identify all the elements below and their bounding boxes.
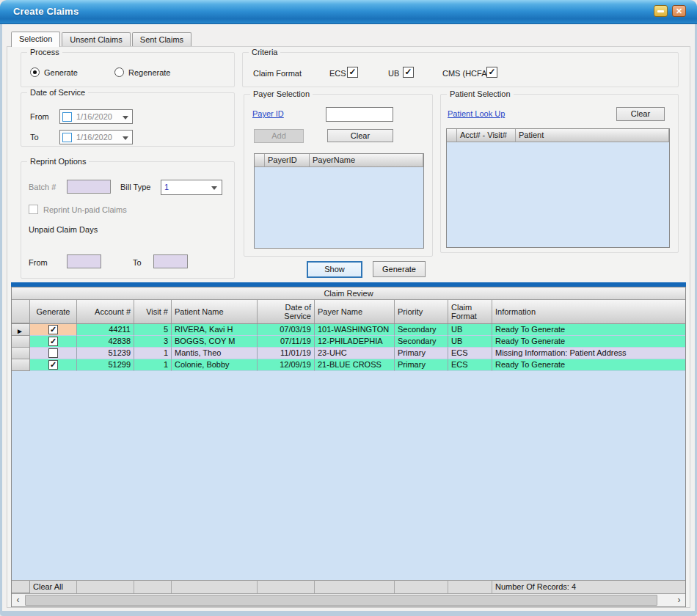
payer-id-link[interactable]: Payer ID — [252, 109, 284, 118]
dos-to-label: To — [30, 133, 39, 142]
scrollbar-track[interactable] — [24, 594, 673, 606]
row-header-cell[interactable] — [12, 359, 30, 371]
account-cell: 42838 — [77, 336, 134, 348]
unpaid-from-input[interactable] — [67, 254, 101, 268]
row-header-cell[interactable]: ► — [12, 324, 30, 336]
account-cell: 51299 — [77, 359, 134, 371]
row-generate-checkbox[interactable]: ✓ — [48, 337, 58, 346]
payer-cell: 12-PHILADEPHIA — [315, 336, 395, 348]
dos-to-value: 1/16/2020 — [76, 133, 112, 142]
visit-cell: 1 — [134, 348, 172, 359]
chevron-down-icon[interactable] — [123, 136, 128, 140]
priority-cell: Primary — [395, 359, 448, 371]
row-generate-checkbox[interactable]: ✓ — [48, 325, 58, 334]
col-date-of-service[interactable]: Date of Service — [258, 300, 315, 323]
patient-grid-col-acct-visit: Acct# - Visit# — [457, 129, 516, 142]
payer-selection-legend: Payer Selection — [250, 89, 313, 98]
priority-cell: Secondary — [395, 324, 448, 336]
footer-cell — [315, 581, 395, 593]
unpaid-to-label: To — [133, 258, 142, 267]
information-cell: Ready To Generate — [492, 359, 685, 371]
format-cell: UB — [448, 324, 492, 336]
chevron-down-icon[interactable] — [123, 116, 128, 120]
generate-button[interactable]: Generate — [373, 261, 426, 277]
patient-cell: Colonie, Bobby — [172, 359, 258, 371]
tab-selection[interactable]: Selection — [11, 32, 60, 47]
clear-payer-button[interactable]: Clear — [327, 129, 393, 142]
col-claim-format[interactable]: Claim Format — [448, 300, 492, 323]
date-of-service-group: Date of Service From 1/16/2020 To 1/16/2… — [21, 92, 235, 147]
show-button[interactable]: Show — [307, 261, 362, 278]
col-information[interactable]: Information — [492, 300, 685, 323]
payer-grid-col-payerid: PayerID — [265, 154, 310, 166]
clear-all-button[interactable]: Clear All — [30, 581, 77, 593]
col-priority[interactable]: Priority — [395, 300, 448, 323]
generate-cell: ✓ — [30, 359, 77, 371]
col-visit[interactable]: Visit # — [134, 300, 172, 323]
grid-footer: Clear All Number Of Records: 4 — [12, 580, 685, 593]
payer-grid[interactable]: PayerID PayerName — [254, 153, 424, 249]
row-header-cell[interactable] — [12, 336, 30, 348]
dos-from-checkbox[interactable] — [62, 112, 72, 122]
dos-cell: 07/11/19 — [258, 336, 315, 348]
criteria-legend: Criteria — [249, 48, 280, 56]
ecs-checkbox[interactable]: ✓ — [347, 67, 358, 78]
minimize-button[interactable] — [654, 5, 668, 17]
bill-type-select[interactable]: 1 — [161, 180, 222, 195]
table-row[interactable]: ► ✓ 44211 5 RIVERA, Kavi H 07/03/19 101-… — [12, 324, 685, 336]
patient-cell: RIVERA, Kavi H — [172, 324, 258, 336]
batch-input[interactable] — [67, 180, 111, 194]
priority-cell: Secondary — [395, 336, 448, 348]
tab-sent-claims[interactable]: Sent Claims — [132, 32, 191, 46]
row-header-cell[interactable] — [12, 348, 30, 359]
scroll-right-button[interactable]: › — [673, 594, 685, 606]
dos-cell: 12/09/19 — [258, 359, 315, 371]
date-of-service-legend: Date of Service — [27, 88, 88, 97]
clear-patient-button[interactable]: Clear — [616, 107, 665, 121]
payer-cell: 101-WASHINGTON — [315, 324, 395, 336]
table-row[interactable]: ✓ 51299 1 Colonie, Bobby 12/09/19 21-BLU… — [12, 359, 685, 371]
scroll-left-button[interactable]: ‹ — [12, 594, 24, 606]
ub-checkbox[interactable]: ✓ — [403, 67, 414, 78]
dos-to-checkbox[interactable] — [62, 133, 72, 142]
dos-from-value: 1/16/2020 — [76, 112, 112, 121]
footer-cell — [258, 581, 315, 593]
horizontal-scrollbar[interactable]: ‹ › — [12, 593, 685, 606]
col-payer-name[interactable]: Payer Name — [315, 300, 395, 323]
cms-hcfa-checkbox[interactable]: ✓ — [486, 67, 497, 78]
visit-cell: 1 — [134, 359, 172, 371]
payer-id-input[interactable] — [326, 107, 393, 122]
ecs-label: ECS — [329, 69, 346, 78]
scrollbar-thumb[interactable] — [25, 595, 657, 606]
dialog-content: Selection Unsent Claims Sent Claims Proc… — [2, 24, 695, 611]
col-patient-name[interactable]: Patient Name — [172, 300, 258, 323]
col-account[interactable]: Account # — [77, 300, 134, 323]
col-generate[interactable]: Generate — [30, 300, 77, 323]
payer-grid-rowheader — [255, 154, 265, 166]
add-payer-button[interactable]: Add — [254, 129, 304, 143]
row-generate-checkbox[interactable] — [48, 348, 58, 358]
format-cell: ECS — [448, 359, 492, 371]
generate-radio[interactable] — [30, 67, 40, 77]
payer-cell: 23-UHC — [315, 348, 395, 359]
dos-to-picker[interactable]: 1/16/2020 — [59, 130, 133, 144]
close-button[interactable]: ✕ — [672, 5, 686, 17]
table-row[interactable]: ✓ 42838 3 BOGGS, COY M 07/11/19 12-PHILA… — [12, 336, 685, 348]
tab-unsent-claims[interactable]: Unsent Claims — [62, 32, 131, 46]
chevron-down-icon[interactable] — [211, 186, 217, 190]
bill-type-value: 1 — [164, 183, 169, 191]
payer-grid-header: PayerID PayerName — [255, 154, 423, 167]
table-row[interactable]: 51239 1 Mantis, Theo 11/01/19 23-UHC Pri… — [12, 348, 685, 359]
patient-grid[interactable]: Acct# - Visit# Patient — [446, 128, 670, 248]
visit-cell: 5 — [134, 324, 172, 336]
unpaid-to-input[interactable] — [153, 254, 188, 268]
payer-cell: 21-BLUE CROSS — [315, 359, 395, 371]
patient-look-up-link[interactable]: Patient Look Up — [448, 109, 505, 118]
reprint-unpaid-checkbox[interactable] — [29, 205, 38, 214]
dos-from-picker[interactable]: 1/16/2020 — [59, 109, 133, 124]
row-generate-checkbox[interactable]: ✓ — [48, 360, 58, 370]
regenerate-radio[interactable] — [114, 67, 124, 77]
format-cell: ECS — [448, 348, 492, 359]
patient-selection-legend: Patient Selection — [447, 89, 514, 98]
record-count-label: Number Of Records: 4 — [492, 581, 685, 593]
